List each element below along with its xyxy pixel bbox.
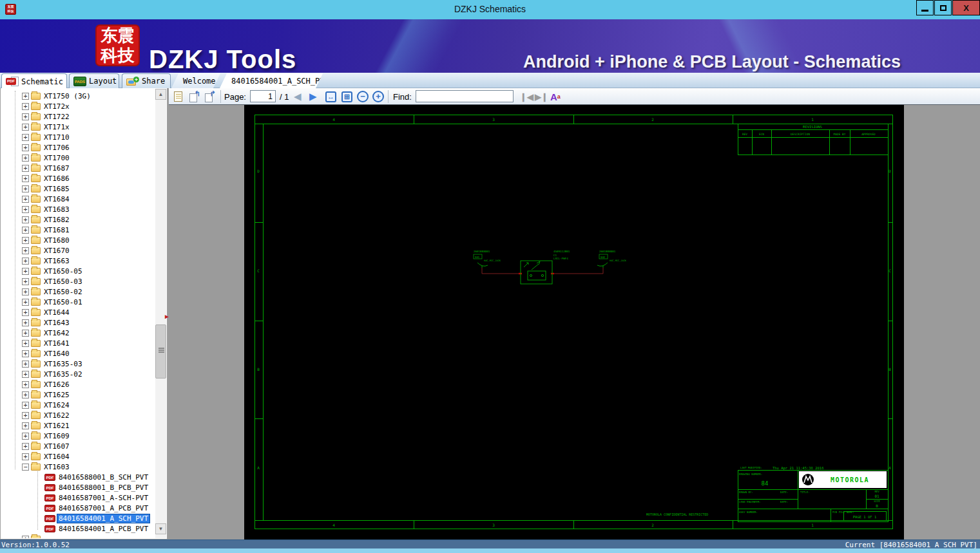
minimize-button[interactable] [916, 0, 934, 15]
expand-icon[interactable]: + [22, 371, 29, 378]
expand-icon[interactable]: + [22, 412, 29, 419]
expand-icon[interactable]: + [22, 422, 29, 429]
expand-icon[interactable]: + [22, 443, 29, 450]
tree-folder[interactable]: +XT1643 [1, 317, 154, 328]
zoom-in-button[interactable]: + [372, 88, 384, 105]
tree-file[interactable]: PDF84016587001_A-SCH-PVT [1, 492, 154, 503]
page-prev-button[interactable]: ◀ [294, 88, 302, 105]
tree-folder[interactable]: +XT1685 [1, 183, 154, 194]
tree-folder[interactable]: +XT1622 [1, 410, 154, 420]
tree-folder[interactable]: +XT1621 [1, 420, 154, 431]
tree-folder[interactable]: +XT1684 [1, 194, 154, 204]
tree-folder[interactable]: +XT1670 [1, 245, 154, 256]
scrollbar-thumb[interactable] [155, 324, 166, 379]
tree-folder[interactable]: +XT1604 [1, 451, 154, 462]
expand-icon[interactable]: + [22, 216, 29, 223]
expand-icon[interactable]: + [22, 134, 29, 141]
expand-icon[interactable]: + [22, 258, 29, 265]
expand-icon[interactable]: + [22, 103, 29, 110]
expand-icon[interactable]: + [22, 268, 29, 275]
expand-icon[interactable]: + [22, 247, 29, 254]
tree-folder[interactable]: +XT1625 [1, 389, 154, 400]
expand-icon[interactable]: + [22, 536, 29, 539]
fit-width-button[interactable]: ↔ [325, 88, 336, 105]
tree-folder[interactable]: +XT1624 [1, 400, 154, 410]
tree-file[interactable]: PDF84016588001_B_SCH_PVT [1, 472, 154, 482]
tree-folder[interactable]: +XT1722 [1, 111, 154, 122]
tree-folder[interactable]: +XT1750 (3G) [1, 91, 154, 101]
rotate-right-button[interactable]: ↱ [205, 88, 215, 105]
tree-folder[interactable]: +XT1710 [1, 132, 154, 142]
expand-icon[interactable]: + [22, 113, 29, 120]
expand-icon[interactable]: + [22, 319, 29, 326]
expand-icon[interactable]: + [22, 309, 29, 316]
expand-icon[interactable]: + [22, 330, 29, 337]
tree-folder[interactable]: +XT1640 [1, 348, 154, 359]
tree-file[interactable]: PDF84016584001_A_PCB_PVT [1, 523, 154, 534]
tree-folder[interactable]: +XT1663 [1, 256, 154, 266]
collapse-icon[interactable]: − [22, 464, 29, 471]
expand-icon[interactable]: + [22, 206, 29, 213]
tree-folder[interactable]: +XT1641 [1, 338, 154, 348]
tree-folder[interactable]: +XT1686 [1, 173, 154, 183]
tree-folder[interactable]: +XT1650-03 [1, 276, 154, 286]
tree-folder[interactable]: +XT1681 [1, 225, 154, 235]
tree-folder-partial[interactable]: + [1, 534, 154, 538]
rotate-left-button[interactable]: ↰ [189, 88, 200, 105]
close-button[interactable]: X [952, 0, 980, 15]
tree-folder[interactable]: +XT1706 [1, 142, 154, 153]
match-case-button[interactable]: Aa [550, 88, 561, 105]
expand-icon[interactable]: + [22, 350, 29, 357]
expand-icon[interactable]: + [22, 227, 29, 234]
tree-folder[interactable]: +XT1635-02 [1, 369, 154, 379]
tree-folder[interactable]: +XT1687 [1, 163, 154, 173]
expand-icon[interactable]: + [22, 299, 29, 306]
page-input[interactable] [250, 90, 276, 102]
expand-icon[interactable]: + [22, 155, 29, 162]
expand-icon[interactable]: + [22, 237, 29, 244]
tree-folder[interactable]: +XT1680 [1, 235, 154, 245]
expand-icon[interactable]: + [22, 453, 29, 460]
fit-page-button[interactable]: ⊞ [341, 88, 352, 105]
tab-welcome[interactable]: Welcome [171, 73, 220, 88]
tab-share[interactable]: + Share [122, 73, 171, 88]
find-next-button[interactable]: ▶❙ [535, 88, 548, 105]
tree-folder[interactable]: +XT1642 [1, 328, 154, 338]
tree-folder[interactable]: +XT1650-02 [1, 286, 154, 297]
tree-folder[interactable]: +XT1700 [1, 153, 154, 163]
tree-folder[interactable]: +XT1609 [1, 431, 154, 441]
tree-folder[interactable]: +XT1650-01 [1, 297, 154, 307]
expand-icon[interactable]: + [22, 93, 29, 100]
copy-button[interactable] [174, 88, 182, 105]
tree-file[interactable]: PDF84016587001_A_PCB_PVT [1, 503, 154, 513]
tree-folder[interactable]: +XT1607 [1, 441, 154, 451]
expand-icon[interactable]: + [22, 278, 29, 285]
tree-folder[interactable]: +XT172x [1, 101, 154, 111]
expand-icon[interactable]: + [22, 402, 29, 409]
expand-icon[interactable]: + [22, 288, 29, 295]
zoom-out-button[interactable]: − [357, 88, 369, 105]
tree-folder[interactable]: +XT1682 [1, 214, 154, 225]
tab-close-icon[interactable]: ✕ [334, 77, 338, 85]
tree-folder[interactable]: +XT1635-03 [1, 359, 154, 369]
expand-icon[interactable]: + [22, 340, 29, 347]
expand-icon[interactable]: + [22, 175, 29, 182]
tree-folder[interactable]: +XT1650-05 [1, 266, 154, 276]
expand-icon[interactable]: + [22, 196, 29, 203]
scroll-up-icon[interactable]: ▲ [155, 89, 166, 100]
expand-icon[interactable]: + [22, 381, 29, 388]
tree-folder[interactable]: +XT1644 [1, 307, 154, 317]
splitter-collapse-icon[interactable]: ► [164, 313, 170, 320]
expand-icon[interactable]: + [22, 144, 29, 151]
expand-icon[interactable]: + [22, 185, 29, 192]
tree-file[interactable]: PDF84016588001_B_PCB_PVT [1, 482, 154, 492]
page-next-button[interactable]: ▶ [309, 88, 317, 105]
tab-schematic[interactable]: PDF Schematic [1, 73, 67, 89]
find-input[interactable] [416, 90, 514, 102]
maximize-button[interactable] [934, 0, 952, 15]
find-prev-button[interactable]: ❙◀ [520, 88, 533, 105]
tab-layout[interactable]: PADS Layout [69, 73, 119, 88]
tree-folder[interactable]: +XT171x [1, 122, 154, 132]
expand-icon[interactable]: + [22, 433, 29, 440]
scroll-down-icon[interactable]: ▼ [155, 523, 166, 534]
